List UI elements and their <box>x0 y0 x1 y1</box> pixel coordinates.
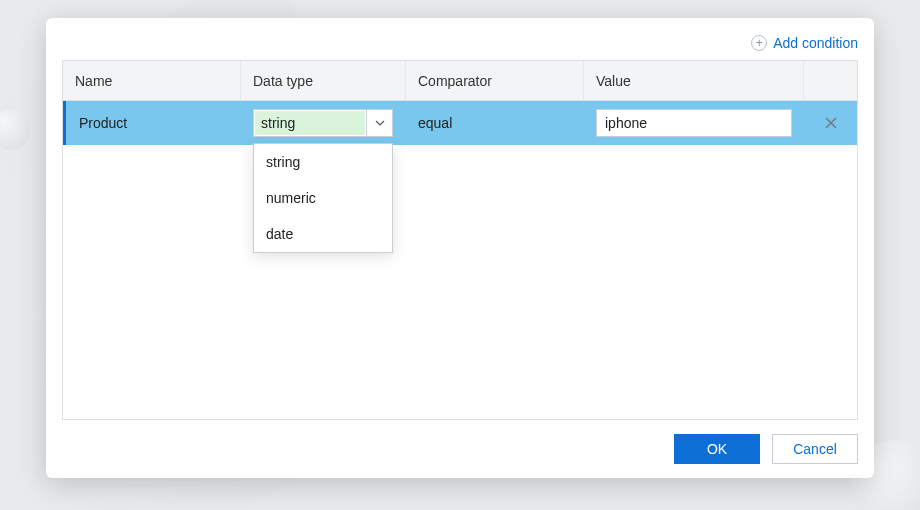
row-name-text: Product <box>79 115 127 131</box>
cell-comparator: equal <box>406 101 584 145</box>
ok-button[interactable]: OK <box>674 434 760 464</box>
cancel-button[interactable]: Cancel <box>772 434 858 464</box>
plus-circle-icon: + <box>751 35 767 51</box>
remove-row-button[interactable] <box>821 113 841 133</box>
grid-header: Name Data type Comparator Value <box>63 61 857 101</box>
header-actions <box>804 61 857 100</box>
cell-value <box>584 101 804 145</box>
header-name: Name <box>63 61 241 100</box>
cell-name: Product <box>63 101 241 145</box>
data-type-option-date[interactable]: date <box>254 216 392 252</box>
chevron-down-icon <box>375 118 385 128</box>
header-comparator: Comparator <box>406 61 584 100</box>
dialog-toolbar: + Add condition <box>62 32 858 54</box>
value-input[interactable] <box>596 109 792 137</box>
data-type-dropdown: string numeric date <box>253 143 393 253</box>
add-condition-label: Add condition <box>773 35 858 51</box>
conditions-dialog: + Add condition Name Data type Comparato… <box>46 18 874 478</box>
data-type-dropdown-button[interactable] <box>366 110 392 136</box>
header-data-type: Data type <box>241 61 406 100</box>
grid-body: Product string equal <box>63 101 857 419</box>
cell-data-type: string <box>241 101 406 145</box>
conditions-grid: Name Data type Comparator Value Product … <box>62 60 858 420</box>
data-type-select[interactable]: string <box>253 109 393 137</box>
close-icon <box>824 116 838 130</box>
cell-actions <box>804 101 857 145</box>
comparator-text: equal <box>418 115 452 131</box>
table-row[interactable]: Product string equal <box>63 101 857 145</box>
header-value: Value <box>584 61 804 100</box>
data-type-option-numeric[interactable]: numeric <box>254 180 392 216</box>
data-type-option-string[interactable]: string <box>254 144 392 180</box>
add-condition-button[interactable]: + Add condition <box>751 35 858 51</box>
data-type-selected: string <box>255 111 365 135</box>
dialog-footer: OK Cancel <box>62 434 858 464</box>
